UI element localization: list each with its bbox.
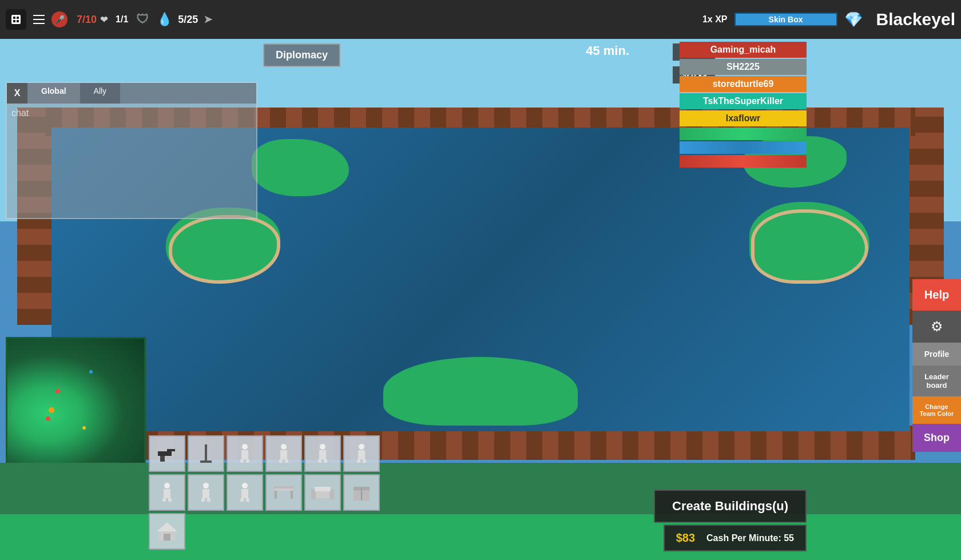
leaderboard-entry-3: TskTheSuperKiller xyxy=(680,93,807,109)
health-value: 7/10 xyxy=(77,14,97,26)
water-icon: 💧 xyxy=(157,12,172,27)
building-row-3 xyxy=(149,513,380,550)
map-dot-2 xyxy=(49,407,54,413)
roblox-logo[interactable] xyxy=(6,9,26,30)
building-cell-unit-5[interactable] xyxy=(149,474,185,511)
svg-rect-9 xyxy=(200,460,212,463)
building-cell-sofa[interactable] xyxy=(304,474,341,511)
building-cell-unit-7[interactable] xyxy=(227,474,263,511)
svg-rect-19 xyxy=(319,450,326,459)
island-bottom-center xyxy=(383,357,578,426)
svg-rect-15 xyxy=(280,450,287,459)
skin-box-label: Skin Box xyxy=(769,15,803,24)
svg-rect-16 xyxy=(279,459,283,463)
svg-rect-37 xyxy=(246,498,249,502)
svg-rect-8 xyxy=(205,444,207,463)
sand-mid-right xyxy=(751,209,868,284)
cash-display: $83 Cash Per Minute: 55 xyxy=(664,525,807,551)
minimap xyxy=(6,337,146,466)
svg-rect-7 xyxy=(160,456,165,462)
svg-point-18 xyxy=(320,444,325,450)
building-cell-box[interactable] xyxy=(343,474,380,511)
svg-rect-36 xyxy=(240,498,244,502)
chat-tabs: X Global Ally xyxy=(7,83,256,104)
building-cell-unit-2[interactable] xyxy=(265,435,302,472)
svg-rect-5 xyxy=(158,451,172,456)
game-world: X Global Ally chat Diplomacy 45 min. $20… xyxy=(0,39,961,560)
svg-point-26 xyxy=(164,483,170,488)
leaderboard-entry-2: storedturtle69 xyxy=(680,76,807,92)
svg-rect-39 xyxy=(273,486,294,488)
svg-rect-12 xyxy=(240,459,244,463)
shield-icon: 🛡 xyxy=(136,12,149,27)
ammo-value: 5/25 xyxy=(178,14,198,26)
svg-rect-11 xyxy=(241,450,248,459)
leaderboard-button[interactable]: Leader board xyxy=(912,366,961,396)
mic-icon[interactable]: 🎤 xyxy=(51,11,67,27)
building-cell-house[interactable] xyxy=(149,513,185,550)
svg-point-34 xyxy=(242,483,248,488)
svg-rect-41 xyxy=(291,491,293,499)
leaderboard-entry-1: SH2225 xyxy=(680,59,807,75)
create-buildings-button[interactable]: Create Buildings(u) xyxy=(654,490,807,523)
svg-rect-1 xyxy=(13,17,15,19)
svg-rect-2 xyxy=(17,17,19,19)
svg-rect-21 xyxy=(324,459,327,463)
lb-color-bar-3 xyxy=(680,155,807,168)
minimap-background xyxy=(7,339,144,464)
building-cell-unit-4[interactable] xyxy=(343,435,380,472)
chat-close-button[interactable]: X xyxy=(7,83,27,104)
map-dot-5 xyxy=(82,426,86,430)
building-cell-pole[interactable] xyxy=(188,435,224,472)
heart-icon: ❤ xyxy=(100,14,108,25)
map-dot-1 xyxy=(55,389,60,394)
svg-marker-49 xyxy=(157,522,177,531)
lb-color-bar-1 xyxy=(680,128,807,140)
top-bar: #hamburger-btn { width:28px;height:28px;… xyxy=(0,0,961,39)
cash-value: $83 xyxy=(676,531,695,545)
shield-value: 1/1 xyxy=(116,14,128,25)
svg-rect-33 xyxy=(207,498,211,502)
health-display: 7/10 ❤ 1/1 🛡 💧 5/25 ➤ xyxy=(77,12,212,27)
ground-front xyxy=(0,514,961,560)
building-row-1 xyxy=(149,435,380,472)
tab-ally[interactable]: Ally xyxy=(80,83,121,104)
svg-rect-17 xyxy=(285,459,288,463)
hamburger-icon[interactable]: #hamburger-btn { width:28px;height:28px;… xyxy=(31,11,47,27)
svg-rect-23 xyxy=(358,450,365,459)
diplomacy-button[interactable]: Diplomacy xyxy=(263,43,340,67)
building-cell-table[interactable] xyxy=(265,474,302,511)
change-team-button[interactable]: Change Team Color xyxy=(912,396,961,424)
help-button[interactable]: Help xyxy=(912,279,961,311)
svg-rect-6 xyxy=(167,449,175,451)
building-cell-gun[interactable] xyxy=(149,435,185,472)
tab-global[interactable]: Global xyxy=(27,83,80,104)
svg-rect-25 xyxy=(363,459,366,463)
lb-color-bar-2 xyxy=(680,141,807,154)
svg-rect-45 xyxy=(315,487,331,491)
svg-rect-0 xyxy=(11,15,21,24)
svg-rect-20 xyxy=(318,459,321,463)
svg-rect-3 xyxy=(13,20,15,22)
svg-point-10 xyxy=(242,444,248,450)
building-cell-unit-1[interactable] xyxy=(227,435,263,472)
building-grid xyxy=(149,435,380,550)
svg-rect-13 xyxy=(246,459,249,463)
timer: 45 min. xyxy=(586,43,629,58)
svg-rect-31 xyxy=(202,489,209,498)
svg-rect-28 xyxy=(162,498,166,502)
settings-button[interactable]: ⚙ xyxy=(912,311,961,343)
svg-rect-24 xyxy=(357,459,360,463)
xp-label: 1x XP xyxy=(702,14,728,25)
leaderboard-panel: Gaming_micah SH2225 storedturtle69 TskTh… xyxy=(680,42,807,168)
svg-rect-27 xyxy=(164,489,170,498)
gem-icon: 💎 xyxy=(844,11,863,29)
profile-button[interactable]: Profile xyxy=(912,343,961,366)
building-row-2 xyxy=(149,474,380,511)
svg-rect-35 xyxy=(241,489,248,498)
shop-button[interactable]: Shop xyxy=(912,424,961,452)
building-cell-unit-6[interactable] xyxy=(188,474,224,511)
svg-rect-40 xyxy=(275,491,277,499)
building-cell-unit-3[interactable] xyxy=(304,435,341,472)
username: Blackeyel xyxy=(876,10,955,29)
